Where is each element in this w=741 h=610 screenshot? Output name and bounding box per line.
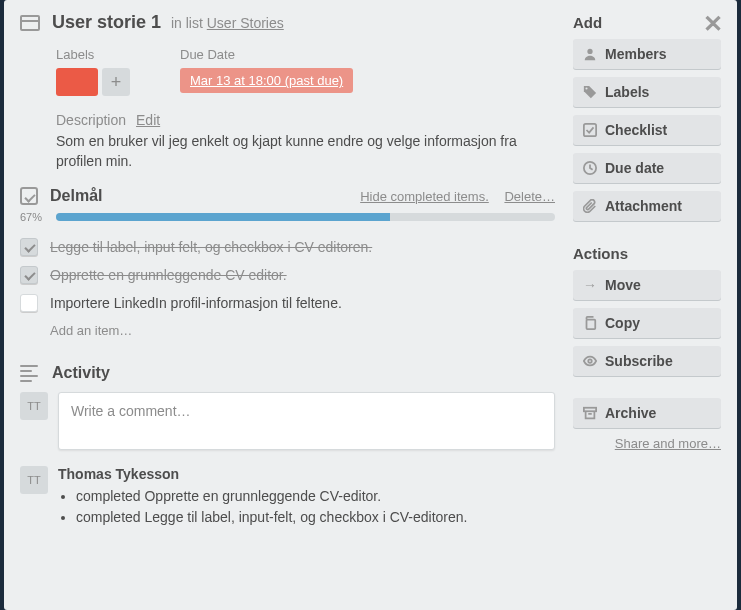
- arrow-right-icon: →: [583, 278, 597, 292]
- due-date-button[interactable]: Due date: [573, 153, 721, 183]
- check-item-text[interactable]: Importere LinkedIn profil-informasjon ti…: [50, 295, 342, 311]
- card-list-location: in list User Stories: [171, 15, 284, 31]
- close-icon[interactable]: ✕: [703, 10, 723, 38]
- svg-point-5: [588, 359, 592, 363]
- archive-button[interactable]: Archive: [573, 398, 721, 428]
- actions-heading: Actions: [573, 245, 721, 262]
- copy-icon: [583, 316, 597, 330]
- svg-point-1: [585, 87, 587, 89]
- activity-entry: Thomas Tykesson completed Opprette en gr…: [58, 466, 555, 528]
- share-more-link[interactable]: Share and more…: [573, 436, 721, 451]
- avatar[interactable]: TT: [20, 392, 48, 420]
- tag-icon: [583, 85, 597, 99]
- due-date-heading: Due Date: [180, 47, 353, 62]
- activity-line: completed Opprette en grunnleggende CV-e…: [76, 486, 555, 507]
- list-link[interactable]: User Stories: [207, 15, 284, 31]
- attachment-button[interactable]: Attachment: [573, 191, 721, 221]
- main-column: User storie 1 in list User Stories Label…: [20, 12, 555, 528]
- label-chip-red[interactable]: [56, 68, 98, 96]
- card-modal: ✕ User storie 1 in list User Stories Lab…: [4, 0, 737, 610]
- svg-rect-2: [584, 124, 596, 136]
- description-section: Description Edit Som en bruker vil jeg e…: [56, 112, 555, 171]
- progress-bar: [56, 213, 555, 221]
- due-date-badge[interactable]: Mar 13 at 18:00 (past due): [180, 68, 353, 93]
- archive-icon: [583, 406, 597, 420]
- due-date-section: Due Date Mar 13 at 18:00 (past due): [180, 47, 353, 96]
- check-item-checkbox[interactable]: [20, 294, 38, 312]
- checklist-icon: [583, 123, 597, 137]
- card-icon: [20, 15, 40, 31]
- activity-author[interactable]: Thomas Tykesson: [58, 466, 555, 482]
- checklist-title[interactable]: Delmål: [50, 187, 336, 205]
- check-item-text[interactable]: Opprette en grunnleggende CV editor.: [50, 267, 287, 283]
- edit-description-link[interactable]: Edit: [136, 112, 160, 128]
- person-icon: [583, 47, 597, 61]
- svg-rect-6: [584, 408, 596, 412]
- sidebar: Add Members Labels Checklist Due date At…: [573, 12, 721, 528]
- checklist-icon: [20, 187, 38, 205]
- activity-line: completed Legge til label, input-felt, o…: [76, 507, 555, 528]
- description-text[interactable]: Som en bruker vil jeg enkelt og kjapt ku…: [56, 132, 555, 171]
- activity-heading: Activity: [52, 364, 110, 382]
- svg-rect-4: [587, 320, 596, 330]
- comment-input[interactable]: Write a comment…: [58, 392, 555, 450]
- labels-button[interactable]: Labels: [573, 77, 721, 107]
- add-label-button[interactable]: +: [102, 68, 130, 96]
- eye-icon: [583, 354, 597, 368]
- hide-completed-link[interactable]: Hide completed items.: [360, 189, 489, 204]
- svg-point-0: [587, 49, 592, 54]
- activity-icon: [20, 365, 40, 382]
- add-checklist-item[interactable]: Add an item…: [50, 317, 555, 344]
- copy-button[interactable]: Copy: [573, 308, 721, 338]
- move-button[interactable]: → Move: [573, 270, 721, 300]
- description-heading: Description: [56, 112, 126, 128]
- avatar[interactable]: TT: [20, 466, 48, 494]
- members-button[interactable]: Members: [573, 39, 721, 69]
- subscribe-button[interactable]: Subscribe: [573, 346, 721, 376]
- check-item-checkbox[interactable]: [20, 266, 38, 284]
- clock-icon: [583, 161, 597, 175]
- labels-section: Labels +: [56, 47, 130, 96]
- delete-checklist-link[interactable]: Delete…: [504, 189, 555, 204]
- progress-percent: 67%: [20, 211, 48, 223]
- labels-heading: Labels: [56, 47, 130, 62]
- attachment-icon: [583, 199, 597, 213]
- check-item-text[interactable]: Legge til label, input felt, og checkbox…: [50, 239, 372, 255]
- add-heading: Add: [573, 14, 721, 31]
- progress-fill: [56, 213, 390, 221]
- card-title[interactable]: User storie 1: [52, 12, 161, 32]
- checklist-button[interactable]: Checklist: [573, 115, 721, 145]
- check-item-checkbox[interactable]: [20, 238, 38, 256]
